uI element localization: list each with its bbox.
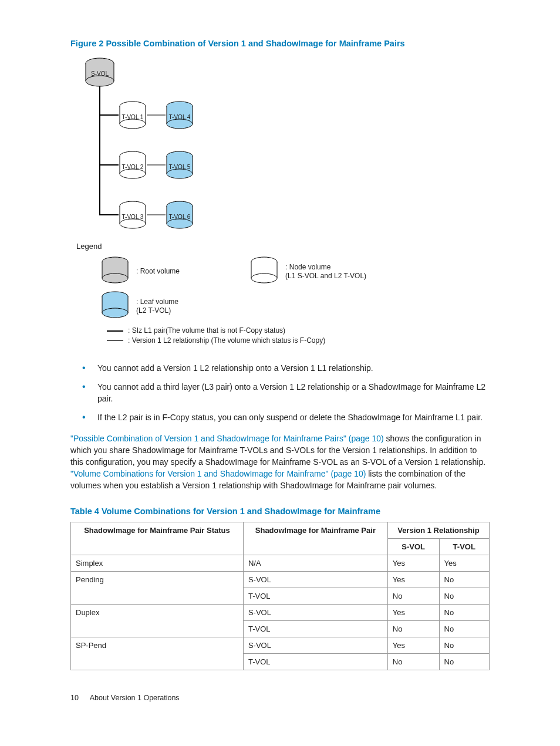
legend: Legend : Root volume : Node volume (L1 S… (76, 242, 490, 346)
svg-point-4 (86, 76, 114, 86)
table-row: Pending S-VOL Yes No (71, 572, 490, 588)
cell: S-VOL (243, 572, 387, 588)
cell: T-VOL (243, 588, 387, 605)
legend-leaf-text: : Leaf volume (L2 T-VOL) (136, 298, 178, 315)
svg-point-29 (167, 169, 193, 178)
tvol4-cylinder: T-VOL 4 (166, 101, 194, 130)
legend-node-text: : Node volume (L1 S-VOL and L2 T-VOL) (285, 263, 366, 281)
cell: No (387, 654, 439, 670)
cell: No (439, 621, 489, 637)
cell: Pending (71, 572, 244, 605)
node-volume-icon (250, 256, 278, 286)
cell: S-VOL (243, 637, 387, 654)
svg-point-19 (120, 219, 146, 228)
cell: Yes (387, 605, 439, 621)
tvol5-label: T-VOL 5 (166, 164, 194, 170)
link-figure-ref[interactable]: "Possible Combination of Version 1 and S… (70, 434, 384, 443)
cell: No (439, 605, 489, 621)
cell: No (439, 637, 489, 654)
thick-line-icon (107, 330, 123, 332)
svg-point-49 (102, 308, 128, 318)
th-svol: S-VOL (387, 539, 439, 555)
legend-title: Legend (76, 242, 490, 251)
thin-line-icon (107, 340, 123, 341)
tvol1-cylinder: T-VOL 1 (119, 101, 147, 130)
section-title: About Version 1 Operations (90, 694, 180, 702)
cell: T-VOL (243, 621, 387, 637)
cell: No (387, 621, 439, 637)
tvol3-cylinder: T-VOL 3 (119, 201, 147, 230)
svg-point-44 (251, 274, 277, 283)
svg-point-14 (120, 169, 146, 178)
tvol3-label: T-VOL 3 (119, 214, 147, 220)
tvol2-cylinder: T-VOL 2 (119, 151, 147, 180)
cell: Yes (387, 555, 439, 572)
cell: No (439, 572, 489, 588)
tvol6-label: T-VOL 6 (166, 214, 194, 220)
table-row: Duplex S-VOL Yes No (71, 605, 490, 621)
body-paragraph: "Possible Combination of Version 1 and S… (70, 433, 490, 491)
cell: No (387, 588, 439, 605)
tvol6-cylinder: T-VOL 6 (166, 201, 194, 230)
th-status: ShadowImage for Mainframe Pair Status (71, 522, 244, 555)
svg-point-9 (120, 119, 146, 129)
list-item: You cannot add a Version 1 L2 relationsh… (97, 362, 490, 374)
cell: Yes (387, 572, 439, 588)
volume-combinations-table: ShadowImage for Mainframe Pair Status Sh… (70, 522, 490, 670)
th-pair: ShadowImage for Mainframe Pair (243, 522, 387, 555)
tvol5-cylinder: T-VOL 5 (166, 151, 194, 180)
link-table-ref[interactable]: "Volume Combinations for Version 1 and S… (70, 469, 366, 478)
svg-point-34 (167, 219, 193, 228)
cell: S-VOL (243, 605, 387, 621)
list-item: You cannot add a third layer (L3 pair) o… (97, 381, 490, 404)
cell: SP-Pend (71, 637, 244, 670)
cell: No (439, 654, 489, 670)
cell: Yes (439, 555, 489, 572)
cell: Yes (387, 637, 439, 654)
th-tvol: T-VOL (439, 539, 489, 555)
svg-point-24 (167, 119, 193, 129)
legend-root-text: : Root volume (136, 267, 180, 276)
legend-l2-text: : Version 1 L2 relationship (The volume … (128, 336, 325, 345)
th-relationship: Version 1 Relationship (387, 522, 489, 539)
svg-point-39 (102, 274, 128, 283)
table-row: SP-Pend S-VOL Yes No (71, 637, 490, 654)
tvol2-label: T-VOL 2 (119, 164, 147, 170)
cell: No (439, 588, 489, 605)
cell: Duplex (71, 605, 244, 637)
table-row: Simplex N/A Yes Yes (71, 555, 490, 572)
bullet-list: You cannot add a Version 1 L2 relationsh… (70, 362, 490, 423)
page-number: 10 (70, 694, 79, 702)
leaf-volume-icon (101, 291, 129, 321)
svol-cylinder: S-VOL (85, 58, 115, 88)
diagram-figure: S-VOL T-VOL 1 T-VOL 2 T-VOL 3 T-VOL 4 T-… (76, 56, 382, 238)
table-title: Table 4 Volume Combinations for Version … (70, 507, 490, 516)
svol-label: S-VOL (85, 70, 115, 77)
page-footer: 10 About Version 1 Operations (70, 694, 490, 702)
figure-title: Figure 2 Possible Combination of Version… (70, 39, 490, 48)
cell: N/A (243, 555, 387, 572)
cell: Simplex (71, 555, 244, 572)
legend-l1-text: : SIz L1 pair(The volume that is not F-C… (128, 326, 285, 335)
root-volume-icon (101, 256, 129, 286)
list-item: If the L2 pair is in F-Copy status, you … (97, 411, 490, 423)
cell: T-VOL (243, 654, 387, 670)
tvol1-label: T-VOL 1 (119, 114, 147, 120)
tvol4-label: T-VOL 4 (166, 114, 194, 120)
